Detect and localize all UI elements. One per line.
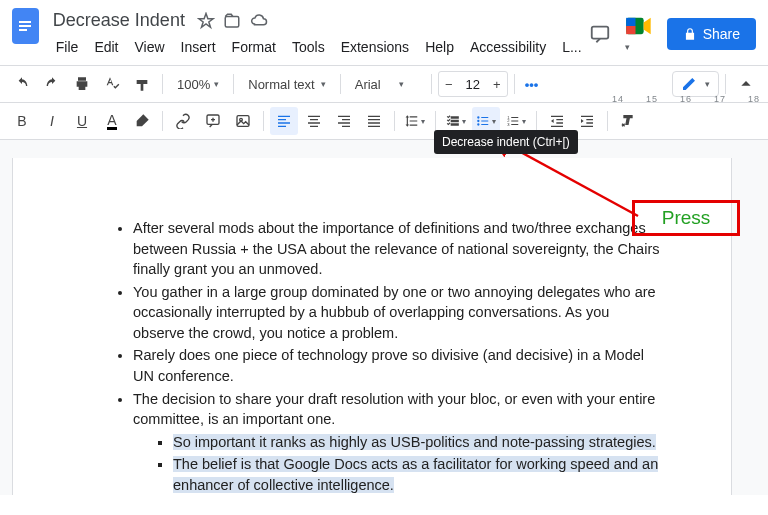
move-icon[interactable] [223, 12, 241, 30]
bullet-list: After several mods about the importance … [103, 218, 661, 495]
nested-bullet-list: So important it ranks as highly as USB-p… [133, 432, 661, 495]
menu-item[interactable]: View [128, 35, 172, 59]
star-icon[interactable] [197, 12, 215, 30]
svg-rect-2 [19, 29, 27, 31]
insert-link-button[interactable] [169, 107, 197, 135]
align-justify-button[interactable] [360, 107, 388, 135]
undo-button[interactable] [8, 70, 36, 98]
tooltip-decrease-indent: Decrease indent (Ctrl+[) [434, 130, 578, 154]
annotation-callout: Press [632, 200, 740, 236]
svg-point-12 [477, 120, 479, 122]
document-page[interactable]: After several mods about the importance … [12, 158, 732, 495]
add-comment-button[interactable] [199, 107, 227, 135]
svg-rect-4 [591, 26, 608, 38]
document-canvas: After several mods about the importance … [0, 140, 768, 495]
svg-rect-6 [626, 18, 635, 26]
docs-logo[interactable] [12, 8, 39, 44]
text-color-button[interactable]: A [98, 107, 126, 135]
svg-rect-1 [19, 25, 31, 27]
list-item[interactable]: You gather in a large group dominated by… [133, 282, 661, 344]
menu-item[interactable]: Accessibility [463, 35, 553, 59]
line-spacing-button[interactable] [401, 107, 429, 135]
underline-button[interactable]: U [68, 107, 96, 135]
svg-point-13 [477, 123, 479, 125]
toolbar-secondary: B I U A 123 [0, 103, 768, 140]
meet-icon[interactable]: ▾ [625, 14, 653, 53]
menu-item[interactable]: L... [555, 35, 588, 59]
bold-button[interactable]: B [8, 107, 36, 135]
zoom-dropdown[interactable]: 100%▾ [169, 73, 227, 96]
svg-rect-7 [626, 26, 635, 34]
menu-item[interactable]: Help [418, 35, 461, 59]
paint-format-button[interactable] [128, 70, 156, 98]
font-size-increase[interactable]: + [487, 72, 507, 96]
italic-button[interactable]: I [38, 107, 66, 135]
align-left-button[interactable] [270, 107, 298, 135]
comment-history-icon[interactable] [589, 23, 611, 45]
font-size-stepper[interactable]: − 12 + [438, 71, 508, 97]
highlight-button[interactable] [128, 107, 156, 135]
font-size-decrease[interactable]: − [439, 72, 459, 96]
list-item[interactable]: After several mods about the importance … [133, 218, 661, 280]
align-center-button[interactable] [300, 107, 328, 135]
app-header: Decrease Indent File Edit View Insert Fo… [0, 0, 768, 59]
menu-item[interactable]: Edit [87, 35, 125, 59]
menu-item[interactable]: Insert [174, 35, 223, 59]
list-item[interactable]: Rarely does one piece of technology prov… [133, 345, 661, 386]
paragraph-style-dropdown[interactable]: Normal text▾ [240, 73, 333, 96]
document-title[interactable]: Decrease Indent [49, 8, 189, 33]
align-right-button[interactable] [330, 107, 358, 135]
svg-rect-3 [225, 16, 239, 27]
print-button[interactable] [68, 70, 96, 98]
list-item[interactable]: The decision to share your draft resolut… [133, 389, 661, 495]
menu-bar: File Edit View Insert Format Tools Exten… [49, 35, 589, 59]
menu-item[interactable]: Tools [285, 35, 332, 59]
cloud-status-icon[interactable] [249, 12, 269, 30]
menu-item[interactable]: Extensions [334, 35, 416, 59]
share-label: Share [703, 26, 740, 42]
svg-rect-9 [237, 116, 249, 127]
insert-image-button[interactable] [229, 107, 257, 135]
font-dropdown[interactable]: Arial▾ [347, 73, 425, 96]
list-item[interactable]: So important it ranks as highly as USB-p… [173, 432, 661, 453]
svg-rect-0 [19, 21, 31, 23]
svg-point-11 [477, 116, 479, 118]
spellcheck-button[interactable] [98, 70, 126, 98]
list-item[interactable]: The belief is that Google Docs acts as a… [173, 454, 661, 495]
ruler: 14 15 16 17 18 [612, 94, 760, 104]
font-size-value[interactable]: 12 [459, 77, 487, 92]
annotation-label: Press [662, 207, 711, 229]
redo-button[interactable] [38, 70, 66, 98]
svg-text:3: 3 [507, 122, 510, 127]
clear-formatting-button[interactable] [614, 107, 642, 135]
more-toolbar-icon[interactable]: ••• [521, 73, 543, 96]
share-button[interactable]: Share [667, 18, 756, 50]
menu-item[interactable]: File [49, 35, 86, 59]
menu-item[interactable]: Format [225, 35, 283, 59]
